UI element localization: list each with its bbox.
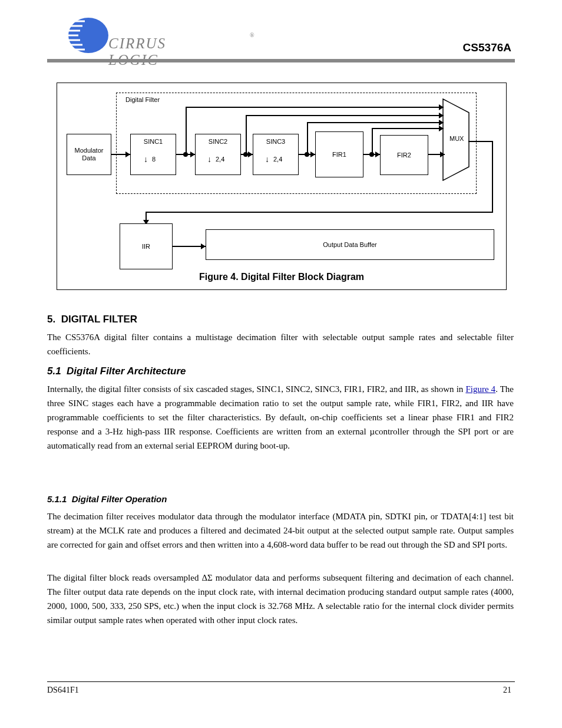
arch-paragraph: Internally, the digital filter consists … [47, 382, 514, 453]
filter-op-para-1: The decimation filter receives modulator… [47, 509, 514, 552]
block-fir2: FIR2 [380, 135, 428, 175]
filter-op-para-2: The digital filter block reads oversampl… [47, 571, 514, 627]
figure-4-reference[interactable]: Figure 4 [465, 384, 495, 394]
block-iir: IIR [120, 223, 173, 269]
footer-doc-id: DS641F1 [47, 686, 79, 695]
arrow-icon [439, 104, 444, 110]
block-sinc1: SINC1 ↓ 8 [130, 134, 176, 175]
block-modulator: ModulatorData [67, 134, 111, 175]
arrow-icon [375, 151, 380, 157]
sinc2-ratio: 2,4 [216, 156, 224, 163]
block-fir1: FIR1 [315, 131, 363, 177]
arch-p1-text: Internally, the digital filter consists … [47, 384, 465, 394]
arrow-icon [310, 151, 315, 157]
block-output-buffer: Output Data Buffer [206, 229, 494, 260]
sinc1-ratio: 8 [152, 156, 156, 163]
section-5-heading: 5. DIGITAL FILTER [47, 314, 137, 325]
figure-caption: Figure 4. Digital Filter Block Diagram [57, 272, 506, 282]
figure-4: Digital Filter ModulatorData SINC1 ↓ 8 S… [57, 83, 507, 290]
footer-page-number: 21 [503, 686, 511, 695]
section-5-1-1-heading: 5.1.1 Digital Filter Operation [47, 494, 167, 504]
block-sinc2: SINC2 ↓ 2,4 [195, 134, 241, 175]
arrow-icon [440, 151, 445, 157]
arrow-icon [439, 113, 444, 118]
brand-text: CIRRUS LOGIC [108, 35, 211, 68]
arrow-icon [125, 151, 130, 157]
arrow-icon [190, 151, 195, 157]
header-rule [47, 59, 515, 62]
sinc3-ratio: 2,4 [273, 156, 282, 163]
footer-rule [47, 681, 515, 682]
decimate-icon: ↓ [144, 154, 148, 164]
section-5-1-heading: 5.1 Digital Filter Architecture [47, 365, 186, 377]
decimate-icon: ↓ [207, 154, 211, 164]
swoosh-icon [46, 14, 111, 57]
block-sinc3: SINC3 ↓ 2,4 [253, 134, 299, 175]
arrow-icon [439, 120, 444, 126]
arrow-icon [248, 151, 253, 157]
document-number: CS5376A [463, 41, 511, 54]
dashed-box-label: Digital Filter [125, 96, 160, 103]
arrow-icon [201, 243, 206, 249]
mux-label: MUX [449, 135, 464, 142]
registered-icon: ® [250, 32, 254, 38]
decimate-icon: ↓ [265, 154, 269, 164]
company-logo: CIRRUS LOGIC ® [46, 14, 211, 55]
intro-paragraph: The CS5376A digital filter contains a mu… [47, 330, 514, 358]
arrow-icon [439, 126, 444, 131]
